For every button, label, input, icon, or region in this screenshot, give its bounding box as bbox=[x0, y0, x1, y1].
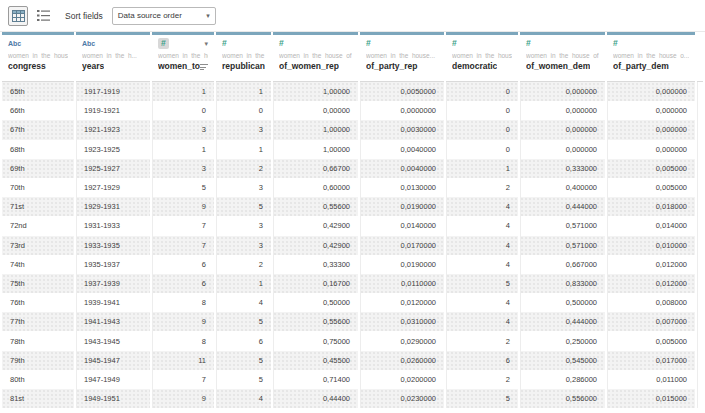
cell-of_party_dem: 0,005000 bbox=[607, 159, 695, 178]
cell-women_total: 8 bbox=[152, 331, 214, 350]
empty-cell bbox=[697, 236, 703, 255]
cell-of_party_rep: 0,0040000 bbox=[360, 159, 444, 178]
cell-congress: 65th bbox=[2, 82, 74, 101]
cell-republican: 3 bbox=[216, 236, 271, 255]
column-header-women_total[interactable]: #▾women_in_the_house_...women_total bbox=[152, 32, 214, 82]
cell-of_women_rep: 0,44400 bbox=[273, 389, 358, 408]
cell-of_party_dem: 0,018000 bbox=[607, 197, 695, 216]
cell-of_party_rep: 0,0130000 bbox=[360, 178, 444, 197]
empty-cell bbox=[697, 82, 703, 101]
cell-democratic: 2 bbox=[446, 178, 518, 197]
cell-democratic: 4 bbox=[446, 312, 518, 331]
empty-cell bbox=[697, 178, 703, 197]
column-header-democratic[interactable]: #women_in_the_hous...democratic bbox=[446, 32, 518, 82]
table-row: 77th1941-1943950,556000,031000040,444000… bbox=[2, 312, 703, 331]
field-name-label: of_women_rep bbox=[279, 61, 339, 71]
number-type-icon: # bbox=[222, 39, 227, 48]
cell-republican: 2 bbox=[216, 159, 271, 178]
string-type-icon: Abc bbox=[82, 40, 95, 47]
cell-years: 1937-1939 bbox=[76, 274, 150, 293]
cell-women_total: 5 bbox=[152, 178, 214, 197]
cell-congress: 70th bbox=[2, 178, 74, 197]
column-header-of_women_rep[interactable]: #women_in_the_house_of_...of_women_rep bbox=[273, 32, 358, 82]
number-type-icon: # bbox=[366, 39, 371, 48]
field-source-label: women_in_the_hou... bbox=[222, 52, 265, 59]
grid-view-button[interactable] bbox=[8, 6, 28, 26]
column-header-years[interactable]: Abcwomen_in_the_h...years bbox=[76, 32, 150, 82]
empty-cell bbox=[697, 120, 703, 139]
cell-years: 1925-1927 bbox=[76, 159, 150, 178]
cell-of_women_dem: 0,000000 bbox=[520, 140, 605, 159]
cell-of_women_rep: 0,42900 bbox=[273, 216, 358, 235]
cell-years: 1919-1921 bbox=[76, 101, 150, 120]
cell-congress: 76th bbox=[2, 293, 74, 312]
column-header-of_women_dem[interactable]: #women_in_the_house_of_r...of_women_dem bbox=[520, 32, 605, 82]
column-header-of_party_dem[interactable]: #women_in_the_house_o...of_party_dem bbox=[607, 32, 695, 82]
empty-cell bbox=[697, 197, 703, 216]
cell-years: 1917-1919 bbox=[76, 82, 150, 101]
field-name-label: of_party_rep bbox=[366, 61, 418, 71]
table-row: 72nd1931-1933730,429000,014000040,571000… bbox=[2, 216, 703, 235]
cell-of_party_rep: 0,0190000 bbox=[360, 197, 444, 216]
cell-of_women_rep: 0,71400 bbox=[273, 370, 358, 389]
cell-women_total: 9 bbox=[152, 197, 214, 216]
cell-of_women_dem: 0,667000 bbox=[520, 255, 605, 274]
data-grid: Abcwomen_in_the_house...congressAbcwomen… bbox=[0, 32, 705, 408]
cell-years: 1939-1941 bbox=[76, 293, 150, 312]
number-type-icon: # bbox=[452, 39, 457, 48]
empty-cell bbox=[697, 101, 703, 120]
cell-of_party_dem: 0,010000 bbox=[607, 236, 695, 255]
cell-democratic: 5 bbox=[446, 389, 518, 408]
cell-women_total: 7 bbox=[152, 216, 214, 235]
list-view-button[interactable] bbox=[33, 6, 53, 26]
data-source-preview: Sort fields Data source order ▾ Abcwomen… bbox=[0, 0, 705, 413]
cell-democratic: 4 bbox=[446, 293, 518, 312]
cell-years: 1935-1937 bbox=[76, 255, 150, 274]
cell-democratic: 4 bbox=[446, 255, 518, 274]
cell-democratic: 4 bbox=[446, 236, 518, 255]
field-source-label: women_in_the_house_of_... bbox=[279, 52, 352, 59]
number-type-icon: # bbox=[526, 39, 531, 48]
empty-cell bbox=[697, 216, 703, 235]
cell-of_women_rep: 0,42900 bbox=[273, 236, 358, 255]
cell-congress: 74th bbox=[2, 255, 74, 274]
number-type-icon: # bbox=[279, 39, 284, 48]
cell-of_party_rep: 0,0050000 bbox=[360, 82, 444, 101]
field-name-label: democratic bbox=[452, 61, 497, 71]
column-header-of_party_rep[interactable]: #women_in_the_house...of_party_rep bbox=[360, 32, 444, 82]
sort-order-value: Data source order bbox=[118, 11, 182, 20]
table-row: 69th1925-1927320,667000,004000010,333000… bbox=[2, 159, 703, 178]
sort-icon[interactable] bbox=[200, 62, 208, 71]
cell-women_total: 1 bbox=[152, 82, 214, 101]
sort-order-dropdown[interactable]: Data source order ▾ bbox=[112, 7, 216, 25]
cell-of_women_dem: 0,444000 bbox=[520, 197, 605, 216]
cell-of_party_rep: 0,0310000 bbox=[360, 312, 444, 331]
cell-of_party_dem: 0,017000 bbox=[607, 351, 695, 370]
cell-democratic: 0 bbox=[446, 140, 518, 159]
cell-republican: 4 bbox=[216, 293, 271, 312]
cell-women_total: 11 bbox=[152, 351, 214, 370]
field-menu-caret-icon[interactable]: ▾ bbox=[204, 40, 208, 47]
cell-congress: 67th bbox=[2, 120, 74, 139]
cell-of_party_rep: 0,0120000 bbox=[360, 293, 444, 312]
cell-years: 1947-1949 bbox=[76, 370, 150, 389]
cell-congress: 71st bbox=[2, 197, 74, 216]
cell-years: 1945-1947 bbox=[76, 351, 150, 370]
cell-republican: 1 bbox=[216, 82, 271, 101]
cell-women_total: 3 bbox=[152, 120, 214, 139]
cell-of_party_rep: 0,0190000 bbox=[360, 255, 444, 274]
cell-of_women_rep: 0,45500 bbox=[273, 351, 358, 370]
empty-cell bbox=[697, 274, 703, 293]
table-row: 74th1935-1937620,333000,019000040,667000… bbox=[2, 255, 703, 274]
column-header-republican[interactable]: #women_in_the_hou...republican bbox=[216, 32, 271, 82]
cell-democratic: 1 bbox=[446, 159, 518, 178]
empty-cell bbox=[697, 370, 703, 389]
empty-cell bbox=[697, 159, 703, 178]
cell-of_party_dem: 0,007000 bbox=[607, 312, 695, 331]
cell-of_women_rep: 1,00000 bbox=[273, 140, 358, 159]
cell-of_women_dem: 0,400000 bbox=[520, 178, 605, 197]
cell-women_total: 8 bbox=[152, 293, 214, 312]
table-row: 75th1937-1939610,167000,011000050,833000… bbox=[2, 274, 703, 293]
cell-of_party_dem: 0,012000 bbox=[607, 255, 695, 274]
column-header-congress[interactable]: Abcwomen_in_the_house...congress bbox=[2, 32, 74, 82]
